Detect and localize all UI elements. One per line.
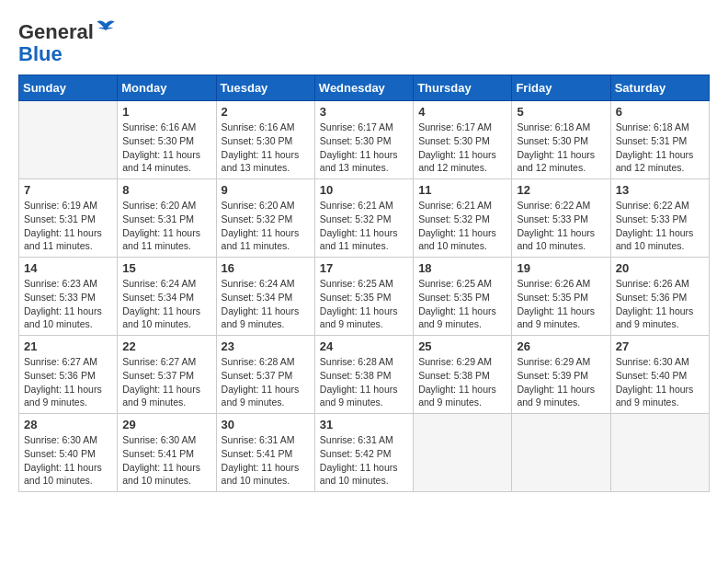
calendar-week-4: 21Sunrise: 6:27 AM Sunset: 5:36 PM Dayli…	[19, 336, 710, 414]
day-number: 16	[222, 261, 310, 275]
day-info: Sunrise: 6:30 AM Sunset: 5:40 PM Dayligh…	[24, 433, 112, 488]
day-info: Sunrise: 6:27 AM Sunset: 5:37 PM Dayligh…	[122, 355, 210, 409]
calendar-cell: 20Sunrise: 6:26 AM Sunset: 5:36 PM Dayli…	[610, 258, 709, 336]
day-number: 10	[320, 183, 408, 197]
calendar-cell: 1Sunrise: 6:16 AM Sunset: 5:30 PM Daylig…	[118, 101, 216, 179]
calendar-cell: 10Sunrise: 6:21 AM Sunset: 5:32 PM Dayli…	[314, 179, 413, 258]
calendar-cell	[414, 414, 512, 492]
day-number: 2	[222, 105, 310, 119]
day-number: 4	[418, 105, 506, 119]
day-number: 9	[222, 183, 310, 197]
calendar-cell: 11Sunrise: 6:21 AM Sunset: 5:32 PM Dayli…	[414, 179, 512, 258]
calendar-cell: 24Sunrise: 6:28 AM Sunset: 5:38 PM Dayli…	[314, 336, 413, 414]
day-info: Sunrise: 6:27 AM Sunset: 5:36 PM Dayligh…	[24, 355, 112, 409]
day-info: Sunrise: 6:31 AM Sunset: 5:41 PM Dayligh…	[222, 433, 310, 488]
calendar-cell	[610, 414, 709, 492]
weekday-header-wednesday: Wednesday	[314, 75, 413, 101]
day-info: Sunrise: 6:18 AM Sunset: 5:31 PM Dayligh…	[616, 121, 704, 175]
day-info: Sunrise: 6:21 AM Sunset: 5:32 PM Dayligh…	[418, 199, 506, 253]
page-header: General Blue	[18, 18, 710, 65]
day-info: Sunrise: 6:31 AM Sunset: 5:42 PM Dayligh…	[320, 433, 408, 488]
calendar-cell: 26Sunrise: 6:29 AM Sunset: 5:39 PM Dayli…	[512, 336, 610, 414]
calendar-cell: 30Sunrise: 6:31 AM Sunset: 5:41 PM Dayli…	[216, 414, 314, 492]
day-number: 15	[122, 261, 210, 275]
day-info: Sunrise: 6:25 AM Sunset: 5:35 PM Dayligh…	[418, 277, 506, 331]
calendar-cell: 4Sunrise: 6:17 AM Sunset: 5:30 PM Daylig…	[414, 101, 512, 179]
day-number: 29	[122, 418, 210, 431]
day-number: 30	[222, 418, 310, 431]
day-number: 24	[320, 339, 408, 353]
calendar-cell	[512, 414, 610, 492]
calendar-cell: 31Sunrise: 6:31 AM Sunset: 5:42 PM Dayli…	[314, 414, 413, 492]
day-info: Sunrise: 6:22 AM Sunset: 5:33 PM Dayligh…	[616, 199, 704, 253]
calendar-week-1: 1Sunrise: 6:16 AM Sunset: 5:30 PM Daylig…	[19, 101, 710, 179]
day-number: 19	[517, 261, 605, 275]
calendar-cell: 19Sunrise: 6:26 AM Sunset: 5:35 PM Dayli…	[512, 258, 610, 336]
day-info: Sunrise: 6:28 AM Sunset: 5:38 PM Dayligh…	[320, 355, 408, 409]
logo: General Blue	[18, 18, 116, 65]
calendar-cell: 28Sunrise: 6:30 AM Sunset: 5:40 PM Dayli…	[19, 414, 118, 492]
day-number: 28	[24, 418, 112, 431]
day-number: 25	[418, 339, 506, 353]
day-number: 13	[616, 183, 704, 197]
day-info: Sunrise: 6:16 AM Sunset: 5:30 PM Dayligh…	[222, 121, 310, 175]
calendar-cell: 7Sunrise: 6:19 AM Sunset: 5:31 PM Daylig…	[19, 179, 118, 258]
calendar-cell: 12Sunrise: 6:22 AM Sunset: 5:33 PM Dayli…	[512, 179, 610, 258]
calendar-cell: 9Sunrise: 6:20 AM Sunset: 5:32 PM Daylig…	[216, 179, 314, 258]
day-info: Sunrise: 6:21 AM Sunset: 5:32 PM Dayligh…	[320, 199, 408, 253]
weekday-header-saturday: Saturday	[610, 75, 709, 101]
day-info: Sunrise: 6:19 AM Sunset: 5:31 PM Dayligh…	[24, 199, 112, 253]
day-info: Sunrise: 6:16 AM Sunset: 5:30 PM Dayligh…	[122, 121, 210, 175]
day-info: Sunrise: 6:17 AM Sunset: 5:30 PM Dayligh…	[418, 121, 506, 175]
day-info: Sunrise: 6:26 AM Sunset: 5:35 PM Dayligh…	[517, 277, 605, 331]
calendar-cell: 29Sunrise: 6:30 AM Sunset: 5:41 PM Dayli…	[118, 414, 216, 492]
day-info: Sunrise: 6:18 AM Sunset: 5:30 PM Dayligh…	[517, 121, 605, 175]
day-info: Sunrise: 6:24 AM Sunset: 5:34 PM Dayligh…	[222, 277, 310, 331]
calendar-cell: 15Sunrise: 6:24 AM Sunset: 5:34 PM Dayli…	[118, 258, 216, 336]
day-number: 11	[418, 183, 506, 197]
weekday-header-thursday: Thursday	[414, 75, 512, 101]
day-info: Sunrise: 6:29 AM Sunset: 5:38 PM Dayligh…	[418, 355, 506, 409]
day-number: 17	[320, 261, 408, 275]
day-number: 14	[24, 261, 112, 275]
calendar-week-3: 14Sunrise: 6:23 AM Sunset: 5:33 PM Dayli…	[19, 258, 710, 336]
day-info: Sunrise: 6:30 AM Sunset: 5:41 PM Dayligh…	[122, 433, 210, 488]
calendar-cell: 18Sunrise: 6:25 AM Sunset: 5:35 PM Dayli…	[414, 258, 512, 336]
day-number: 20	[616, 261, 704, 275]
calendar-cell: 5Sunrise: 6:18 AM Sunset: 5:30 PM Daylig…	[512, 101, 610, 179]
calendar-cell: 27Sunrise: 6:30 AM Sunset: 5:40 PM Dayli…	[610, 336, 709, 414]
calendar-cell: 6Sunrise: 6:18 AM Sunset: 5:31 PM Daylig…	[610, 101, 709, 179]
day-number: 18	[418, 261, 506, 275]
day-info: Sunrise: 6:23 AM Sunset: 5:33 PM Dayligh…	[24, 277, 112, 331]
day-number: 8	[122, 183, 210, 197]
day-number: 21	[24, 339, 112, 353]
day-number: 12	[517, 183, 605, 197]
day-number: 22	[122, 339, 210, 353]
day-number: 5	[517, 105, 605, 119]
calendar-table: SundayMondayTuesdayWednesdayThursdayFrid…	[18, 75, 710, 492]
logo-general: General	[18, 20, 94, 43]
day-number: 6	[616, 105, 704, 119]
calendar-week-2: 7Sunrise: 6:19 AM Sunset: 5:31 PM Daylig…	[19, 179, 710, 258]
calendar-cell: 23Sunrise: 6:28 AM Sunset: 5:37 PM Dayli…	[216, 336, 314, 414]
day-number: 23	[222, 339, 310, 353]
day-info: Sunrise: 6:17 AM Sunset: 5:30 PM Dayligh…	[320, 121, 408, 175]
calendar-cell: 21Sunrise: 6:27 AM Sunset: 5:36 PM Dayli…	[19, 336, 118, 414]
day-info: Sunrise: 6:26 AM Sunset: 5:36 PM Dayligh…	[616, 277, 704, 331]
day-number: 1	[122, 105, 210, 119]
calendar-cell: 17Sunrise: 6:25 AM Sunset: 5:35 PM Dayli…	[314, 258, 413, 336]
calendar-cell: 25Sunrise: 6:29 AM Sunset: 5:38 PM Dayli…	[414, 336, 512, 414]
logo-bird-icon	[96, 18, 116, 39]
weekday-header-friday: Friday	[512, 75, 610, 101]
day-number: 27	[616, 339, 704, 353]
day-number: 7	[24, 183, 112, 197]
calendar-cell: 13Sunrise: 6:22 AM Sunset: 5:33 PM Dayli…	[610, 179, 709, 258]
day-info: Sunrise: 6:20 AM Sunset: 5:31 PM Dayligh…	[122, 199, 210, 253]
calendar-cell: 16Sunrise: 6:24 AM Sunset: 5:34 PM Dayli…	[216, 258, 314, 336]
calendar-week-5: 28Sunrise: 6:30 AM Sunset: 5:40 PM Dayli…	[19, 414, 710, 492]
day-info: Sunrise: 6:28 AM Sunset: 5:37 PM Dayligh…	[222, 355, 310, 409]
calendar-cell: 3Sunrise: 6:17 AM Sunset: 5:30 PM Daylig…	[314, 101, 413, 179]
logo-blue: Blue	[18, 42, 63, 65]
weekday-header-monday: Monday	[118, 75, 216, 101]
day-info: Sunrise: 6:25 AM Sunset: 5:35 PM Dayligh…	[320, 277, 408, 331]
